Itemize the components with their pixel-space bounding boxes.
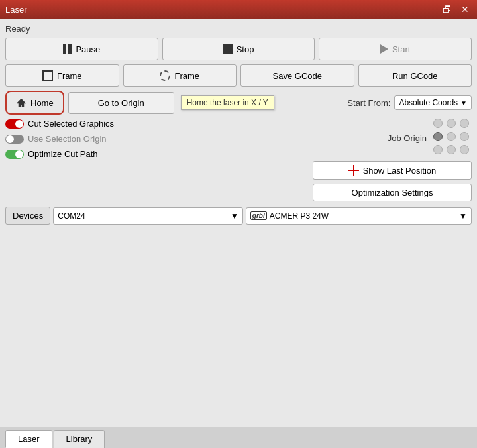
job-origin-dot-8[interactable] <box>460 145 469 154</box>
start-from-select[interactable]: Absolute Coords ▼ <box>394 95 472 110</box>
com-chevron: ▼ <box>231 211 238 221</box>
start-from-label: Start From: <box>347 98 390 108</box>
cut-selected-label: Cut Selected Graphics <box>28 119 114 129</box>
grbl-icon: grbl <box>250 211 267 220</box>
job-origin-grid <box>433 119 472 157</box>
tab-library-label: Library <box>66 434 93 444</box>
secondary-buttons-row: Frame Frame Save GCode Run GCode <box>5 64 472 87</box>
job-origin-dot-2[interactable] <box>460 119 469 128</box>
home-btn-wrap: Home <box>5 91 64 115</box>
pause-label: Pause <box>76 44 100 54</box>
tooltip: Home the laser in X / Y <box>181 95 274 110</box>
job-origin-dot-0[interactable] <box>433 119 443 128</box>
frame-dashed-button[interactable]: Frame <box>123 64 237 87</box>
job-origin-dot-3[interactable] <box>433 132 443 141</box>
cut-selected-knob <box>15 120 23 128</box>
job-origin-dot-6[interactable] <box>433 145 443 154</box>
devices-row: Devices COM24 ▼ grbl ACMER P3 24W ▼ <box>5 207 472 225</box>
cut-selected-row: Cut Selected Graphics <box>5 119 306 129</box>
status-text: Ready <box>5 23 472 38</box>
job-origin-row: Job Origin <box>313 119 472 157</box>
title-bar-controls: 🗗 ✕ <box>440 4 472 15</box>
show-last-position-label: Show Last Position <box>363 166 437 176</box>
right-panel: Job Origin Show Last Position <box>313 119 472 201</box>
home-icon <box>16 97 26 108</box>
run-gcode-label: Run GCode <box>392 71 438 81</box>
start-label: Start <box>392 44 410 54</box>
laser-chevron: ▼ <box>459 211 467 221</box>
svg-marker-0 <box>17 99 26 107</box>
stop-button[interactable]: Stop <box>162 38 315 60</box>
job-origin-dot-4[interactable] <box>447 132 456 141</box>
tab-laser[interactable]: Laser <box>5 430 52 448</box>
com-select[interactable]: COM24 ▼ <box>53 207 243 225</box>
start-from-section: Start From: Absolute Coords ▼ <box>347 95 472 110</box>
start-from-chevron: ▼ <box>460 99 467 107</box>
run-gcode-button[interactable]: Run GCode <box>358 64 472 87</box>
devices-label: Devices <box>5 207 50 225</box>
job-origin-label: Job Origin <box>388 133 427 143</box>
job-origin-dot-1[interactable] <box>447 119 456 128</box>
window-title: Laser <box>5 5 27 15</box>
frame-dashed-label: Frame <box>174 71 199 81</box>
job-origin-dot-7[interactable] <box>447 145 456 154</box>
frame-solid-icon <box>42 70 53 81</box>
use-selection-toggle[interactable] <box>5 135 24 144</box>
pause-button[interactable]: Pause <box>5 38 158 60</box>
job-origin-dot-5[interactable] <box>460 132 469 141</box>
restore-button[interactable]: 🗗 <box>440 4 454 15</box>
go-to-origin-button[interactable]: Go to Origin <box>68 92 174 114</box>
cut-selected-toggle[interactable] <box>5 119 24 129</box>
optimize-cut-row: Optimize Cut Path <box>5 149 306 159</box>
optimize-cut-knob <box>15 150 23 158</box>
frame-solid-button[interactable]: Frame <box>5 64 119 87</box>
use-selection-row: Use Selection Origin <box>5 134 306 144</box>
use-selection-label: Use Selection Origin <box>28 134 107 144</box>
home-label: Home <box>30 98 54 108</box>
optimize-cut-label: Optimize Cut Path <box>28 149 98 159</box>
save-gcode-button[interactable]: Save GCode <box>240 64 354 87</box>
start-icon <box>380 44 388 54</box>
show-last-position-button[interactable]: Show Last Position <box>313 161 472 180</box>
home-row: Home Go to Origin Home the laser in X / … <box>5 91 472 115</box>
start-from-row: Start From: Absolute Coords ▼ <box>347 95 472 110</box>
tab-library[interactable]: Library <box>54 430 105 448</box>
frame-dashed-icon <box>160 70 170 81</box>
tab-bar: Laser Library <box>0 427 477 448</box>
main-content: Ready Pause Stop Start Frame Frame <box>0 19 477 427</box>
stop-label: Stop <box>237 44 254 54</box>
laser-select[interactable]: grbl ACMER P3 24W ▼ <box>246 207 472 225</box>
optimize-cut-toggle[interactable] <box>5 150 24 159</box>
save-gcode-label: Save GCode <box>273 71 322 81</box>
pause-icon <box>63 44 72 54</box>
stop-icon <box>223 44 233 54</box>
home-button[interactable]: Home <box>7 92 63 113</box>
middle-section: Cut Selected Graphics Use Selection Orig… <box>5 119 472 201</box>
frame-solid-label: Frame <box>57 71 82 81</box>
start-button[interactable]: Start <box>319 38 472 60</box>
left-panel: Cut Selected Graphics Use Selection Orig… <box>5 119 306 201</box>
primary-buttons-row: Pause Stop Start <box>5 38 472 60</box>
tab-laser-label: Laser <box>18 434 40 444</box>
laser-value: ACMER P3 24W <box>270 211 329 221</box>
start-from-value: Absolute Coords <box>399 98 458 107</box>
go-to-origin-label: Go to Origin <box>98 98 144 108</box>
use-selection-knob <box>6 135 14 143</box>
close-button[interactable]: ✕ <box>458 4 472 15</box>
optimization-settings-button[interactable]: Optimization Settings <box>313 184 472 201</box>
optimization-settings-label: Optimization Settings <box>352 188 433 197</box>
crosshair-icon <box>348 165 359 176</box>
com-value: COM24 <box>58 211 85 221</box>
title-bar: Laser 🗗 ✕ <box>0 0 477 19</box>
